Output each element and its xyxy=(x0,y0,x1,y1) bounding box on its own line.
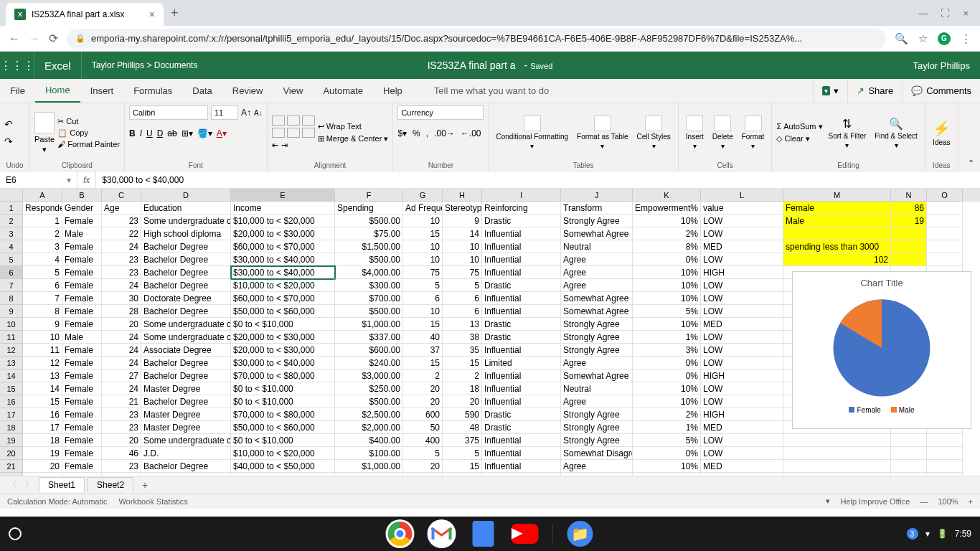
cell[interactable]: $2,500.00 xyxy=(335,408,403,421)
cell[interactable]: Agree xyxy=(561,395,633,408)
percent-icon[interactable]: % xyxy=(413,128,420,138)
cell[interactable]: 48 xyxy=(443,421,482,434)
cell[interactable]: Drastic xyxy=(482,408,561,421)
row-header-15[interactable]: 15 xyxy=(0,382,23,395)
cell[interactable]: High school diploma xyxy=(141,227,231,240)
cell[interactable]: Influential xyxy=(482,395,561,408)
decrease-decimal-icon[interactable]: ←.00 xyxy=(461,128,481,138)
decrease-font-icon[interactable]: A↓ xyxy=(254,109,263,117)
cell[interactable]: Male xyxy=(62,227,102,240)
cell[interactable]: MED xyxy=(701,421,783,434)
cell[interactable]: $30,000 to < $40,000 xyxy=(231,266,335,279)
cell[interactable]: 2% xyxy=(633,408,701,421)
row-header-12[interactable]: 12 xyxy=(0,344,23,357)
chrome-icon[interactable] xyxy=(386,519,415,548)
app-name[interactable]: Excel xyxy=(34,52,82,79)
cell[interactable]: 17 xyxy=(23,421,62,434)
cell[interactable]: LOW xyxy=(701,357,783,369)
row-header-2[interactable]: 2 xyxy=(0,215,23,227)
cell[interactable]: Bachelor Degree xyxy=(141,266,231,279)
cell[interactable]: $40,000 to < $50,000 xyxy=(231,460,335,473)
menu-icon[interactable]: ⋮ xyxy=(961,32,971,45)
cell[interactable]: 23 xyxy=(102,215,141,227)
new-tab-button[interactable]: + xyxy=(171,6,179,21)
cell[interactable]: Master Degree xyxy=(141,408,231,421)
cell[interactable]: 15 xyxy=(403,227,443,240)
col-header-J[interactable]: J xyxy=(561,189,633,202)
tab-help[interactable]: Help xyxy=(373,79,413,103)
cell[interactable]: Income xyxy=(231,202,335,215)
cell[interactable] xyxy=(927,227,963,240)
cell[interactable]: Female xyxy=(62,357,102,369)
cell[interactable]: 6 xyxy=(443,305,482,318)
cell[interactable]: LOW xyxy=(701,279,783,292)
cell[interactable]: $75.00 xyxy=(335,227,403,240)
name-box[interactable]: E6 ▾ xyxy=(0,171,77,188)
row-header-1[interactable]: 1 xyxy=(0,202,23,215)
cell[interactable]: $100.00 xyxy=(335,447,403,460)
row-header-6[interactable]: 6 xyxy=(0,266,23,279)
increase-font-icon[interactable]: A↑ xyxy=(241,108,251,118)
cell[interactable]: $30,000 to < $40,000 xyxy=(231,253,335,266)
cell[interactable]: Drastic xyxy=(482,331,561,344)
sheet-nav-prev[interactable]: 〈 xyxy=(6,479,19,490)
workbook-stats[interactable]: Workbook Statistics xyxy=(118,497,187,506)
row-header-19[interactable]: 19 xyxy=(0,434,23,447)
row-header-20[interactable]: 20 xyxy=(0,447,23,460)
tell-me-input[interactable]: Tell me what you want to do xyxy=(434,79,549,103)
align-bottom-icon[interactable] xyxy=(302,116,315,126)
cell[interactable]: 10 xyxy=(403,253,443,266)
row-header-4[interactable]: 4 xyxy=(0,240,23,253)
cell[interactable]: $1,000.00 xyxy=(335,460,403,473)
cell[interactable]: LOW xyxy=(701,382,783,395)
insert-cells-button[interactable]: Insert▾ xyxy=(683,116,707,150)
col-header-L[interactable]: L xyxy=(701,189,783,202)
cell[interactable]: 15 xyxy=(403,318,443,331)
cell[interactable]: Master Degree xyxy=(141,382,231,395)
cell[interactable]: $3,000.00 xyxy=(335,369,403,382)
col-header-K[interactable]: K xyxy=(633,189,701,202)
cell[interactable]: J.D. xyxy=(141,447,231,460)
cell[interactable]: 21 xyxy=(23,473,62,476)
cell[interactable] xyxy=(891,434,927,447)
font-name-select[interactable] xyxy=(129,105,208,120)
cell[interactable]: $500.00 xyxy=(335,305,403,318)
cell[interactable]: Female xyxy=(62,434,102,447)
cell[interactable]: Agree xyxy=(561,460,633,473)
cell[interactable]: Strongly Agree xyxy=(561,331,633,344)
cell[interactable]: Drastic xyxy=(482,279,561,292)
cell[interactable]: Strongly Agree xyxy=(561,473,633,476)
cell[interactable] xyxy=(927,240,963,253)
cell[interactable]: Bachelor Degree xyxy=(141,305,231,318)
cell[interactable]: Influential xyxy=(482,382,561,395)
cell[interactable] xyxy=(927,253,963,266)
cell[interactable]: $700.00 xyxy=(335,292,403,305)
sheet-tab-1[interactable]: Sheet1 xyxy=(39,477,85,492)
cell[interactable]: Influential xyxy=(482,292,561,305)
font-color-button[interactable]: A▾ xyxy=(217,128,227,138)
cell[interactable]: $20,000 to < $30,000 xyxy=(231,344,335,357)
cell[interactable]: 13 xyxy=(23,369,62,382)
cell[interactable]: Somewhat Disagree xyxy=(561,447,633,460)
italic-button[interactable]: I xyxy=(140,128,142,138)
user-name[interactable]: Taylor Phillips xyxy=(903,60,980,71)
cell[interactable]: Bachelor Degree xyxy=(141,253,231,266)
align-top-icon[interactable] xyxy=(272,116,285,126)
cell[interactable]: Agree xyxy=(561,266,633,279)
cell[interactable]: 14 xyxy=(443,227,482,240)
cell[interactable]: 6 xyxy=(23,279,62,292)
cell[interactable]: 23 xyxy=(102,421,141,434)
fill-color-button[interactable]: 🪣▾ xyxy=(197,128,212,138)
ideas-button[interactable]: ⚡Ideas xyxy=(930,120,953,146)
cell[interactable]: 75 xyxy=(403,266,443,279)
cell[interactable]: Some undergraduate co xyxy=(141,215,231,227)
cell[interactable]: LOW xyxy=(701,395,783,408)
cell[interactable]: $500.00 xyxy=(335,395,403,408)
cell[interactable]: 10% xyxy=(633,215,701,227)
cell[interactable]: 15% xyxy=(633,473,701,476)
cell[interactable]: LOW xyxy=(701,292,783,305)
sort-filter-button[interactable]: ⇅Sort & Filter▾ xyxy=(826,117,870,149)
cell[interactable]: 3% xyxy=(633,344,701,357)
cell[interactable]: $60,000 to < $70,000 xyxy=(231,292,335,305)
comma-icon[interactable]: , xyxy=(426,128,428,138)
